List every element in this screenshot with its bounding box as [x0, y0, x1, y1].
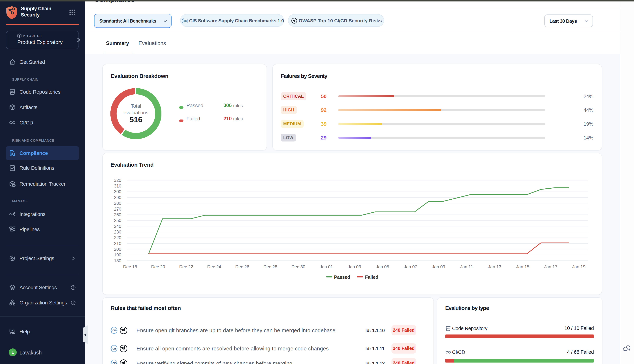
- svg-text:Jan 07: Jan 07: [404, 264, 417, 269]
- svg-text:Jan 19: Jan 19: [572, 264, 585, 269]
- svg-text:230: 230: [114, 230, 121, 234]
- svg-text:Dec 28: Dec 28: [263, 264, 277, 269]
- svg-text:Dec 20: Dec 20: [151, 264, 165, 269]
- svg-text:Jan 15: Jan 15: [516, 264, 529, 269]
- svg-text:Jan 13: Jan 13: [488, 264, 501, 269]
- svg-text:240: 240: [114, 224, 121, 228]
- svg-text:CIS: CIS: [112, 329, 117, 332]
- svg-text:Dec 22: Dec 22: [179, 264, 193, 269]
- svg-text:Jan 11: Jan 11: [460, 264, 473, 269]
- svg-text:CIS: CIS: [184, 20, 187, 22]
- svg-text:Jan 05: Jan 05: [376, 264, 389, 269]
- svg-text:220: 220: [114, 235, 121, 240]
- svg-text:270: 270: [114, 206, 121, 211]
- svg-text:Jan 09: Jan 09: [432, 264, 445, 269]
- svg-text:210: 210: [114, 241, 121, 246]
- svg-text:CIS: CIS: [112, 347, 117, 350]
- svg-text:Dec 24: Dec 24: [207, 264, 221, 269]
- svg-text:260: 260: [114, 212, 121, 217]
- svg-text:CIS: CIS: [112, 362, 117, 364]
- svg-text:Jan 17: Jan 17: [544, 264, 557, 269]
- svg-text:Failed: Failed: [365, 274, 378, 280]
- svg-text:Passed: Passed: [334, 274, 350, 280]
- svg-text:Jan 01: Jan 01: [320, 264, 333, 269]
- svg-text:320: 320: [114, 178, 121, 182]
- svg-text:200: 200: [114, 247, 121, 252]
- svg-text:?: ?: [11, 329, 13, 332]
- svg-text:290: 290: [114, 195, 121, 200]
- svg-text:180: 180: [114, 258, 121, 263]
- svg-text:300: 300: [114, 189, 121, 194]
- svg-text:190: 190: [114, 252, 121, 257]
- svg-text:Jan 03: Jan 03: [348, 264, 361, 269]
- svg-text:Dec 18: Dec 18: [123, 264, 137, 269]
- svg-text:280: 280: [114, 201, 121, 206]
- svg-text:310: 310: [114, 184, 121, 188]
- svg-text:250: 250: [114, 218, 121, 223]
- svg-text:Dec 30: Dec 30: [291, 264, 305, 269]
- svg-text:Dec 26: Dec 26: [235, 264, 249, 269]
